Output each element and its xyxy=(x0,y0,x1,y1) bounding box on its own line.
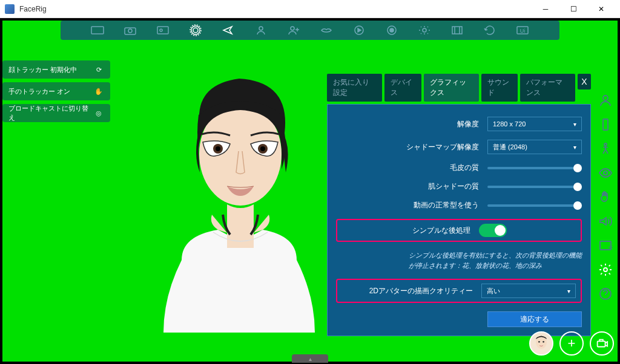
normal-map-label: 動画の正常型を使う xyxy=(414,200,479,210)
device-icon[interactable] xyxy=(596,115,615,134)
svg-point-12 xyxy=(390,28,394,32)
svg-rect-34 xyxy=(598,341,605,346)
simple-post-label: シンプルな後処理 xyxy=(412,226,470,236)
graphics-panel: 解像度 1280 x 720 ▾ シャドーマップ解像度 普通 (2048) ▾ … xyxy=(327,104,591,336)
app-icon xyxy=(5,4,15,14)
svg-text:Ui: Ui xyxy=(520,28,526,34)
resolution-select[interactable]: 1280 x 720 ▾ xyxy=(487,117,582,131)
window-title: FaceRig xyxy=(19,5,532,13)
overlay-icon[interactable]: ED xyxy=(596,236,615,255)
quality-2d-select[interactable]: 高い ▾ xyxy=(481,284,576,298)
svg-point-24 xyxy=(604,143,607,146)
svg-point-33 xyxy=(542,341,544,343)
highlight-2d-quality: 2Dアバターの描画クオリティー 高い ▾ xyxy=(336,279,582,303)
id-icon[interactable] xyxy=(154,24,171,37)
maximize-button[interactable]: ☐ xyxy=(559,0,587,18)
face-tracker-status[interactable]: 顔トラッカー 初期化中 ⟳ xyxy=(2,60,110,79)
refresh-icon: ⟳ xyxy=(93,64,104,75)
tab-performance[interactable]: パフォーマンス xyxy=(520,74,575,102)
bottom-drawer-handle[interactable] xyxy=(292,354,328,363)
pointer-icon[interactable] xyxy=(220,24,237,37)
play-icon[interactable] xyxy=(351,24,368,37)
brightness-icon[interactable] xyxy=(416,24,433,37)
svg-point-25 xyxy=(604,171,607,175)
gear-icon[interactable] xyxy=(596,260,615,279)
highlight-simple-post: シンプルな後処理 xyxy=(336,219,582,242)
slider-thumb[interactable] xyxy=(573,201,582,210)
hand-tracker-status[interactable]: 手のトラッカー オン ✋ xyxy=(2,82,110,100)
ui-icon[interactable]: Ui xyxy=(514,24,531,37)
user-add-icon[interactable] xyxy=(285,24,302,37)
svg-point-21 xyxy=(260,146,265,151)
hand-tracker-label: 手のトラッカー オン xyxy=(8,87,70,96)
svg-point-8 xyxy=(259,27,263,30)
user-icon[interactable] xyxy=(252,24,269,37)
fur-slider[interactable] xyxy=(487,167,582,169)
svg-point-4 xyxy=(160,29,162,31)
simple-post-helper: シンプルな後処理を有効にすると、次の背景後処理の機能が停止されます：花、放射状の… xyxy=(336,250,582,270)
chevron-down-icon: ▾ xyxy=(573,144,576,151)
minimize-button[interactable]: ─ xyxy=(532,0,559,18)
apply-button[interactable]: 適応する xyxy=(487,311,582,327)
tab-devices[interactable]: デバイス xyxy=(384,74,421,102)
svg-point-32 xyxy=(538,341,540,343)
fur-label: 毛皮の質 xyxy=(450,163,479,173)
tab-sound[interactable]: サウンド xyxy=(481,74,518,102)
svg-point-22 xyxy=(603,96,608,100)
broadcast-icon: ◎ xyxy=(93,108,104,119)
toggle-thumb xyxy=(495,225,506,236)
lips-icon[interactable] xyxy=(318,24,335,37)
svg-text:ED: ED xyxy=(608,245,613,249)
normal-map-slider[interactable] xyxy=(487,204,582,207)
svg-point-6 xyxy=(191,26,200,34)
tab-favorites[interactable]: お気に入り設定 xyxy=(327,74,382,102)
panel-close-button[interactable]: X xyxy=(578,74,591,89)
help-icon[interactable] xyxy=(596,284,615,304)
skin-shadow-slider[interactable] xyxy=(487,186,582,188)
avatar-thumbnail[interactable] xyxy=(529,331,553,356)
svg-point-13 xyxy=(423,28,426,32)
eye-icon[interactable] xyxy=(596,163,615,183)
simple-post-toggle[interactable] xyxy=(479,224,507,237)
svg-point-2 xyxy=(128,29,132,33)
shadowmap-label: シャドーマップ解像度 xyxy=(406,142,479,152)
broadcast-label: ブロードキャストに切り替え xyxy=(8,104,93,122)
svg-point-28 xyxy=(604,268,607,271)
top-toolbar: Ui xyxy=(61,21,559,40)
svg-rect-23 xyxy=(603,119,608,130)
camera-button[interactable] xyxy=(590,331,614,356)
tab-graphics[interactable]: グラフィックス xyxy=(424,74,479,102)
pose-icon[interactable] xyxy=(596,139,615,158)
svg-point-9 xyxy=(291,27,294,30)
svg-rect-3 xyxy=(157,27,168,34)
svg-point-19 xyxy=(216,146,220,151)
avatar-icon[interactable] xyxy=(596,91,615,110)
camera-icon[interactable] xyxy=(122,24,139,37)
shadowmap-select[interactable]: 普通 (2048) ▾ xyxy=(487,140,582,154)
avatar-render xyxy=(133,54,345,357)
film-icon[interactable] xyxy=(449,24,466,37)
add-button[interactable]: + xyxy=(559,331,584,356)
resolution-label: 解像度 xyxy=(457,119,479,129)
svg-rect-0 xyxy=(91,27,104,34)
announce-icon[interactable] xyxy=(596,212,615,231)
record-icon[interactable] xyxy=(383,24,400,37)
hands-icon: ✋ xyxy=(93,86,104,97)
close-button[interactable]: ✕ xyxy=(587,0,615,18)
chevron-down-icon: ▾ xyxy=(573,121,576,128)
chevron-down-icon: ▾ xyxy=(567,288,570,294)
hands-icon[interactable] xyxy=(596,187,615,207)
skin-shadow-label: 肌シャドーの質 xyxy=(428,181,479,192)
webcam-icon[interactable] xyxy=(187,24,204,37)
reload-icon[interactable] xyxy=(481,24,498,37)
svg-point-5 xyxy=(193,28,198,33)
broadcast-toggle[interactable]: ブロードキャストに切り替え ◎ xyxy=(2,104,110,122)
face-tracker-label: 顔トラッカー 初期化中 xyxy=(8,65,77,74)
slider-thumb[interactable] xyxy=(573,164,582,172)
landscape-icon[interactable] xyxy=(89,24,106,37)
quality-2d-label: 2Dアバターの描画クオリティー xyxy=(369,286,473,296)
slider-thumb[interactable] xyxy=(573,183,582,191)
svg-rect-14 xyxy=(452,27,462,34)
